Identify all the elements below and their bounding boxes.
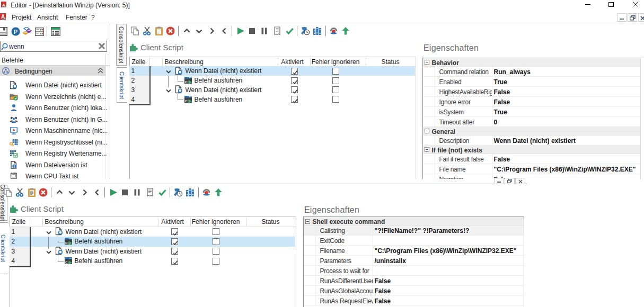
svg-text:i: i [14, 164, 15, 168]
svg-text:C:: C: [185, 80, 188, 84]
svg-text:P: P [14, 28, 17, 34]
svg-text:A: A [2, 3, 5, 7]
svg-text:C:: C: [185, 99, 188, 102]
svg-text:A: A [13, 128, 15, 132]
svg-text:A: A [1, 14, 5, 20]
svg-text:C:: C: [65, 241, 68, 245]
svg-text:C:: C: [65, 261, 68, 264]
